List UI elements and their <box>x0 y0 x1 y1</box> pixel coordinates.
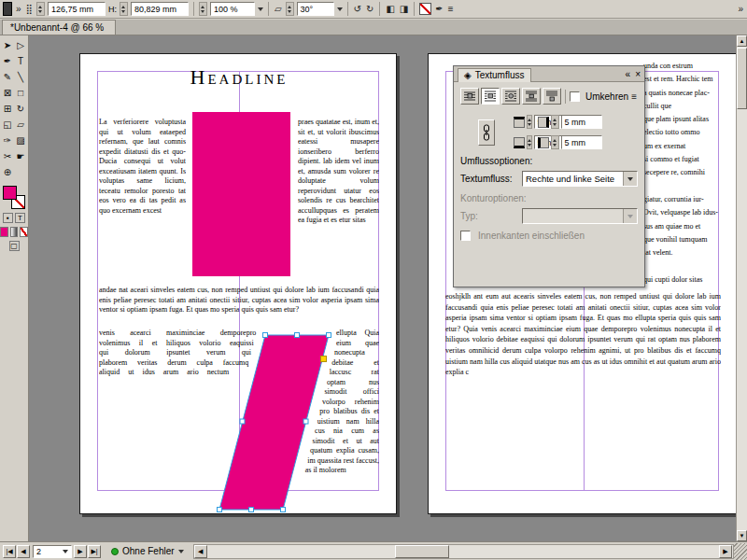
vertical-scrollbar[interactable]: ▲ ▼ <box>736 35 747 541</box>
type-tool[interactable]: T <box>14 53 27 69</box>
free-transform-tool[interactable]: ⊞ <box>1 101 14 117</box>
magenta-rectangle[interactable] <box>192 112 290 276</box>
text-line <box>643 259 720 273</box>
contour-type-label: Typ: <box>460 211 518 221</box>
scale-tool[interactable]: ◱ <box>1 117 14 133</box>
line-tool[interactable]: ╲ <box>14 69 27 85</box>
scroll-left-icon[interactable]: ◀ <box>194 545 207 558</box>
dock-collapse-icon[interactable]: » <box>737 2 744 16</box>
right-offset-stepper[interactable] <box>551 115 559 129</box>
selection-tool[interactable]: ➤ <box>1 37 14 53</box>
hand-tool[interactable]: ☛ <box>14 148 27 164</box>
left-offset-field[interactable]: 5 mm <box>561 135 602 149</box>
apply-none-button[interactable] <box>20 227 28 237</box>
eyedropper-tool[interactable]: ✑ <box>1 133 14 148</box>
scroll-right-icon[interactable]: ▶ <box>719 545 732 558</box>
shear-tool[interactable]: ▱ <box>14 117 27 133</box>
fill-swatch[interactable] <box>3 186 17 200</box>
page-number-field[interactable]: 2 <box>33 545 72 558</box>
zoom-tool[interactable]: ⊕ <box>1 164 14 180</box>
gradient-tool[interactable]: ▨ <box>14 133 27 148</box>
preflight-status[interactable]: Ohne Fehler <box>111 546 184 556</box>
left-offset-stepper[interactable] <box>551 135 559 149</box>
include-inside-edges-checkbox[interactable] <box>460 231 471 241</box>
page-1[interactable]: Headline La verferiorere voluptusta qui … <box>79 53 397 514</box>
direct-selection-tool[interactable]: ▷ <box>14 37 27 53</box>
reference-point-proxy-icon[interactable]: ⣿ <box>25 2 34 16</box>
resize-grip[interactable] <box>734 543 747 560</box>
rectangle-frame-t ool[interactable]: ⊠ <box>1 85 14 101</box>
horizontal-scrollbar[interactable]: ◀ ▶ <box>193 544 734 559</box>
separator <box>414 2 415 16</box>
wrap-mode-jump-to-next-column-button[interactable] <box>543 88 561 105</box>
preflight-dropdown-icon[interactable] <box>178 550 184 553</box>
document-tab[interactable]: *Unbenannt-4 @ 66 % <box>2 20 116 35</box>
text-wrap-panel: ◈ Textumfluss « × <box>453 65 645 287</box>
pen-tool[interactable]: ✒ <box>1 53 14 69</box>
collapse-arrows-icon[interactable]: » <box>15 2 22 16</box>
bottom-offset-stepper[interactable] <box>527 135 532 149</box>
next-page-button[interactable]: ▶ <box>74 545 87 558</box>
pencil-tool[interactable]: ✎ <box>1 69 14 85</box>
scale-field[interactable]: 100 % <box>210 2 255 16</box>
width-field[interactable]: 126,75 mm <box>48 2 106 16</box>
page-dropdown-icon[interactable] <box>63 550 68 553</box>
apply-gradient-button[interactable] <box>10 227 19 237</box>
rotate-tool[interactable]: ↻ <box>14 101 27 117</box>
scroll-up-icon[interactable]: ▲ <box>737 35 747 47</box>
selected-parallelogram[interactable] <box>211 327 342 514</box>
flip-horizontal-icon[interactable]: ◧ <box>385 2 395 16</box>
last-page-button[interactable]: ▶| <box>88 545 101 558</box>
height-stepper[interactable] <box>120 2 128 16</box>
left-offset-icon <box>538 137 549 148</box>
scale-dropdown-icon[interactable] <box>258 7 263 11</box>
panel-flyout-menu-icon[interactable]: ≡ <box>630 90 638 104</box>
control-bar-grip[interactable] <box>3 2 12 16</box>
invert-checkbox[interactable] <box>570 91 580 102</box>
scroll-down-icon[interactable]: ▼ <box>737 530 747 541</box>
scissors-tool[interactable]: ✂ <box>1 148 14 164</box>
width-stepper[interactable] <box>36 2 45 16</box>
scale-stepper[interactable] <box>199 2 207 16</box>
rectangle-tool[interactable]: □ <box>14 85 27 101</box>
text-line: secepere re, comnihi <box>643 166 720 179</box>
top-offset-stepper[interactable] <box>527 115 532 129</box>
formatting-affects-container-button[interactable]: ▪ <box>3 213 13 223</box>
formatting-affects-text-button[interactable]: T <box>15 213 25 223</box>
rotate-ccw-icon[interactable]: ↺ <box>353 2 362 16</box>
pen-icon[interactable]: ✒ <box>434 2 444 16</box>
normal-view-mode-button[interactable]: ▢ <box>9 241 20 251</box>
wrap-mode-no-wrap-button[interactable] <box>460 88 479 105</box>
shear-angle-field[interactable]: 30° <box>297 2 334 16</box>
panel-title-bar[interactable]: ◈ Textumfluss « × <box>454 66 644 82</box>
previous-page-button[interactable]: ◀ <box>17 545 30 558</box>
document-canvas[interactable]: Headline La verferiorere voluptusta qui … <box>29 35 736 541</box>
panel-tab[interactable]: ◈ Textumfluss <box>458 68 531 82</box>
close-panel-icon[interactable]: × <box>635 69 641 79</box>
first-page-button[interactable]: |◀ <box>3 545 16 558</box>
none-color-swatch[interactable] <box>419 3 431 15</box>
wrap-mode-object-shape-button[interactable] <box>501 88 520 105</box>
text-line: sus am quiae mo et <box>643 220 720 233</box>
wrap-mode-jump-object-button[interactable] <box>522 88 541 105</box>
shear-dropdown-icon[interactable] <box>337 7 343 11</box>
parallelogram-shape[interactable] <box>219 335 329 510</box>
wrap-mode-row: Umkehren ≡ <box>460 88 638 105</box>
link-offsets-button[interactable] <box>478 119 495 146</box>
wrap-to-dropdown[interactable]: Rechte und linke Seite <box>522 171 638 187</box>
collapse-panel-icon[interactable]: « <box>626 69 631 79</box>
include-inside-edges-label: Innenkanten einschließen <box>478 231 585 241</box>
wrap-mode-bounding-box-button[interactable] <box>481 88 500 105</box>
shear-stepper[interactable] <box>286 2 294 16</box>
apply-color-button[interactable] <box>0 227 8 237</box>
corner-options-handle[interactable] <box>321 357 327 362</box>
rotate-cw-icon[interactable]: ↻ <box>365 2 374 16</box>
vertical-scroll-thumb[interactable] <box>737 48 747 109</box>
horizontal-scroll-thumb[interactable] <box>395 545 449 558</box>
dropdown-arrow-icon[interactable] <box>623 172 637 186</box>
right-offset-field[interactable]: 5 mm <box>561 115 602 129</box>
menu-icon[interactable]: ≡ <box>447 2 455 16</box>
flip-vertical-icon[interactable]: ◨ <box>399 2 409 16</box>
separator <box>268 2 269 16</box>
height-field[interactable]: 80,829 mm <box>131 2 189 16</box>
